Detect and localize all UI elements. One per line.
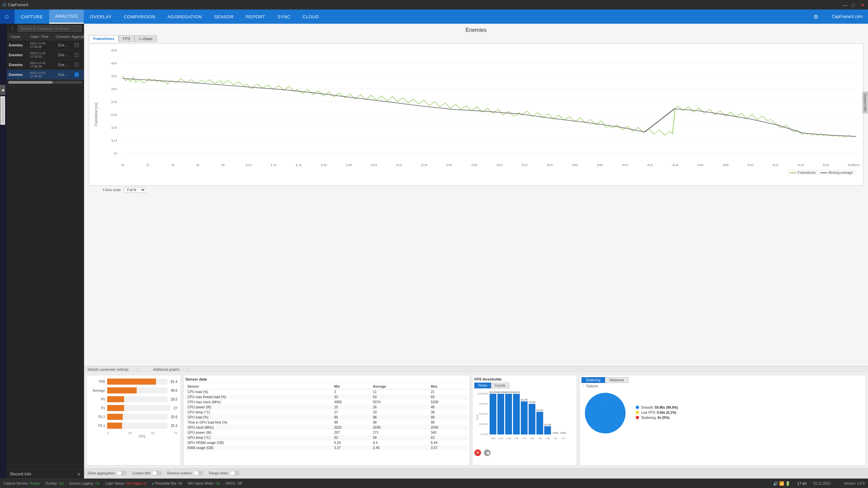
nav-item-analysis[interactable]: ANALYSIS [49, 9, 84, 24]
svg-text:50: 50 [747, 164, 754, 167]
svg-text:40: 40 [111, 62, 117, 65]
bar-chart-panel: P95 81.4 Average 48.6 P5 28.5 P1 27 P0.2 [86, 375, 181, 466]
sensor-panel-title: Sensor data [185, 377, 468, 383]
nav-item-report[interactable]: REPORT [240, 9, 271, 24]
user-icon[interactable]: 👤 [822, 14, 828, 20]
cell-agg [72, 53, 82, 57]
chart-tab-l-shape[interactable]: L-shape [135, 35, 157, 42]
additional-graphs-label: Additional graphs: [153, 368, 180, 371]
svg-rect-61 [513, 394, 520, 434]
collapse-sidebar-button[interactable]: ◀ [0, 85, 5, 95]
stutter-tab-stuttering[interactable]: Stuttering [581, 377, 605, 383]
fps-tab-counts[interactable]: Counts [491, 383, 509, 388]
scrollbar-track[interactable] [8, 81, 82, 84]
sensor-max: 99 [429, 420, 468, 425]
record-info-label: Record Info [10, 472, 31, 476]
range-slider-toggle-switch[interactable] [230, 471, 240, 475]
sensor-max: 99 [429, 415, 468, 420]
resizable-bar-status: ● Resizable Bar: 0n [152, 482, 182, 485]
agg-checkbox[interactable] [75, 53, 79, 57]
agg-checkbox[interactable] [75, 63, 79, 67]
svg-text:20: 20 [371, 164, 377, 167]
fps-reset-button[interactable]: ✕ [474, 449, 481, 456]
svg-text:14: 14 [295, 164, 302, 167]
y-axis-label: Frametime [ms] [94, 103, 98, 126]
stutter-tab-variances[interactable]: Variances [605, 377, 629, 383]
search-input[interactable] [18, 25, 82, 32]
scrollbar-thumb[interactable] [8, 81, 53, 84]
remove-outliers-toggle-switch[interactable] [194, 471, 203, 475]
version-display: Version: 1.6.9 [844, 482, 865, 485]
capture-row[interactable]: Enemies 2022-11-0317:28:48 Enemies-Low-F… [7, 40, 84, 50]
nav-item-sensor[interactable]: SENSOR [208, 9, 240, 24]
capture-row[interactable]: Enemies 2022-11-0317:33:23 Enemies-Mediu… [7, 50, 84, 60]
sensor-max: 6.44 [429, 440, 468, 445]
table-row: CPU power (W) 15 26 49 [185, 405, 468, 410]
sidebar: ⋮ ↑Game ↑Date / Time Comment Aggregated … [7, 24, 84, 479]
sensor-name: RAM usage (GB) [185, 445, 332, 450]
cell-comment: Enemies-Low-Fr [58, 43, 70, 47]
chart-wrapper: Frametime [ms] [89, 43, 863, 186]
agg-checkbox[interactable] [75, 73, 79, 77]
bar-label: P5 [90, 398, 105, 401]
close-button[interactable]: ✕ [861, 2, 865, 7]
record-info-bar[interactable]: Record Info ∨ [7, 470, 84, 479]
sensor-name: GPU load (%) [185, 415, 332, 420]
nav-item-cloud[interactable]: CLOUD [296, 9, 325, 24]
sensor-avg: 2039 [371, 425, 429, 430]
sensor-avg: 58 [371, 435, 429, 440]
statistic-settings-button[interactable]: ⋮ [136, 368, 139, 371]
sensor-logging-status: Sensor Logging: On [69, 482, 100, 485]
svg-text:100.0%: 100.0% [489, 391, 497, 393]
svg-text:46: 46 [697, 164, 704, 167]
svg-text:0.0%: 0.0% [553, 432, 558, 434]
sensor-name: CPU temp (°C) [185, 410, 332, 415]
record-info-chevron: ∨ [77, 472, 80, 476]
fps-tab-times[interactable]: Times [474, 383, 491, 388]
observed-directory-label[interactable]: Observed directory [0, 96, 5, 125]
sensor-avg: 271 [371, 430, 429, 435]
svg-rect-59 [505, 394, 512, 434]
cell-agg [72, 43, 82, 47]
sensor-avg: 5074 [371, 400, 429, 405]
bar-label: P1 [90, 406, 105, 410]
captures-list: Enemies 2022-11-0317:28:48 Enemies-Low-F… [7, 40, 84, 80]
minimize-button[interactable]: — [843, 2, 848, 7]
svg-rect-63 [521, 401, 528, 434]
nav-item-comparison[interactable]: COMPARISON [118, 9, 161, 24]
table-row: CPU temp (°C) 27 33 38 [185, 410, 468, 415]
nav-item-aggregation[interactable]: AGGREGATION [161, 9, 208, 24]
nav-item-sync[interactable]: SYNC [271, 9, 296, 24]
table-row: GPU power (W) 207 271 340 [185, 430, 468, 435]
chart-tab-frametimes[interactable]: Frametimes [89, 35, 119, 42]
nav-item-overlay[interactable]: OVERLAY [84, 9, 118, 24]
svg-text:40: 40 [622, 164, 628, 167]
aggregation-toggle-switch[interactable] [117, 471, 126, 475]
agg-checkbox[interactable] [75, 43, 79, 47]
custom-title-toggle-switch[interactable] [152, 471, 162, 475]
stutter-options-button[interactable]: ⋮ Options [581, 384, 598, 388]
chart-tab-fps[interactable]: FPS [119, 35, 135, 42]
custom-title-toggle: Custom title: [132, 471, 162, 475]
maximize-button[interactable]: □ [852, 2, 856, 7]
settings-icon[interactable]: ⚙ [813, 14, 818, 20]
capture-service-status: Capture Service: Ready [3, 482, 40, 485]
svg-text:20: 20 [111, 113, 117, 116]
bar-row: P1 27 [90, 405, 177, 411]
logo-icon: ⬡ [5, 14, 8, 19]
cell-comment: Enemies-Ultra-4i [58, 63, 70, 67]
capture-row[interactable]: Enemies 2022-11-0317:39:33 Enemies-High-… [7, 70, 84, 80]
svg-text:60: 60 [853, 164, 860, 167]
fps-back-button[interactable]: ◀ [484, 449, 491, 456]
capture-row[interactable]: Enemies 2022-11-0317:36:38 Enemies-Ultra… [7, 60, 84, 70]
system-info-tab[interactable]: System Info [862, 92, 868, 114]
additional-graphs-button[interactable]: ⋮ [187, 368, 190, 371]
svg-text:20.2%: 20.2% [544, 424, 551, 426]
sidebar-menu-button[interactable]: ⋮ [9, 25, 16, 32]
y-axis-scale-select[interactable]: Full fit 0-50ms [124, 187, 146, 193]
bar-x-label: FPS [107, 435, 177, 439]
sensor-max: 21 [429, 389, 468, 395]
nav-item-capture[interactable]: CAPTURE [15, 9, 49, 24]
stutter-tabs: Stuttering Variances [581, 377, 864, 383]
website-link[interactable]: CapFrameX.com [832, 14, 863, 19]
